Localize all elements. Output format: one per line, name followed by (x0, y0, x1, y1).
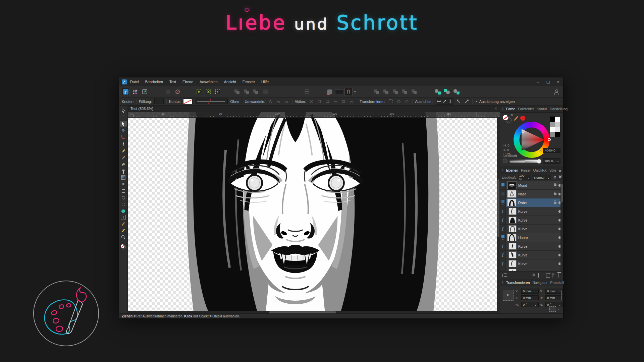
vertical-scrollbar[interactable] (497, 117, 500, 311)
menu-bearbeiten[interactable]: Bearbeiten (145, 80, 163, 84)
align-nodes-icon[interactable] (442, 99, 447, 104)
swatch[interactable] (555, 127, 560, 132)
menu-text[interactable]: Text (169, 80, 176, 84)
style-picker-tool[interactable] (120, 228, 127, 233)
move-tool[interactable] (120, 108, 127, 113)
fill-tool[interactable] (120, 168, 127, 174)
crop-tool[interactable]: ⌗ (120, 181, 127, 187)
edit-stroke-button[interactable] (443, 88, 451, 96)
expand-chevron-icon[interactable]: › (502, 195, 503, 196)
tab-transformieren[interactable]: Transformieren (506, 281, 530, 285)
color-picker-tool[interactable] (120, 221, 127, 227)
horizontal-ruler[interactable]: mm 60 80 100 120 140 160 (128, 112, 500, 118)
opacity-noise-knob[interactable] (503, 159, 507, 163)
tab-ebenen[interactable]: Ebenen (506, 168, 518, 172)
minimize-button[interactable]: – (533, 80, 543, 84)
insert-grid-button[interactable] (204, 88, 212, 96)
artboard-tool[interactable] (120, 114, 127, 120)
snap-manager-button[interactable] (326, 88, 334, 96)
collapse-chevron-icon[interactable]: ⌄ (502, 238, 504, 240)
corner-tool[interactable] (120, 134, 127, 140)
rectangle-tool[interactable] (120, 188, 127, 194)
lock-icon[interactable] (554, 193, 556, 195)
layer-row-mund[interactable]: › Mund (500, 181, 563, 190)
show-alignment-checkbox[interactable]: ✓ Ausrichtung anzeigen (475, 100, 515, 104)
layer-effects-icon[interactable]: fx (533, 273, 536, 277)
export-persona-button[interactable] (141, 88, 149, 96)
vector-brush-tool[interactable] (120, 161, 127, 167)
distribute-h-icon[interactable] (456, 99, 462, 104)
x-input[interactable]: 0 mm (521, 289, 539, 294)
rounded-rectangle-tool[interactable] (120, 201, 127, 207)
opacity-slider[interactable] (509, 159, 541, 163)
layer-opacity-select[interactable]: 100 %⌄ (518, 175, 531, 180)
fill-stroke-indicator[interactable] (121, 244, 126, 249)
tab-darstellung[interactable]: Darstellung (550, 107, 568, 111)
clear-option-icon[interactable] (552, 273, 555, 277)
account-button[interactable] (552, 88, 560, 96)
magnet-dropdown-icon[interactable]: ▾ (354, 90, 356, 94)
align-vertical-icon[interactable] (447, 99, 453, 104)
swatch[interactable] (555, 132, 560, 137)
swatch[interactable] (550, 132, 555, 137)
document-tab[interactable]: Test (303.3%) (130, 107, 153, 111)
panel-drag-handle[interactable]: ‖ (502, 169, 503, 172)
link-dimensions-icon[interactable] (559, 291, 561, 300)
swatch[interactable] (550, 127, 555, 132)
pen-tool[interactable] (120, 141, 127, 147)
panel-drag-handle[interactable]: ‖ (502, 107, 503, 111)
align-horizontal-icon[interactable] (436, 99, 442, 104)
lock-icon[interactable] (554, 184, 556, 186)
tab-close-icon[interactable]: × (495, 106, 497, 111)
text-tool[interactable]: T (121, 215, 126, 220)
fill-stroke-selector[interactable]: ↻ (503, 115, 512, 123)
canvas[interactable]: mm 60 80 100 120 140 160 (128, 112, 500, 311)
pencil-tool[interactable] (120, 148, 127, 154)
menu-ansicht[interactable]: Ansicht (224, 80, 236, 84)
delete-layer-icon[interactable] (557, 273, 561, 277)
layer-row-nase[interactable]: › Nase (500, 190, 563, 198)
node-tool[interactable] (120, 121, 127, 127)
menu-hilfe[interactable]: Hilfe (261, 80, 269, 84)
insert-behind-button[interactable] (214, 88, 222, 96)
collapse-chevron-icon[interactable]: ⌄ (502, 203, 504, 205)
zoom-tool[interactable] (120, 234, 127, 240)
expand-chevron-icon[interactable]: › (502, 186, 503, 188)
tab-navigator[interactable]: Navigator (533, 281, 548, 285)
layer-row-kurve[interactable]: ʃ Kurve (500, 259, 563, 268)
edit-both-button[interactable] (452, 88, 461, 96)
stroke-width-widget[interactable] (195, 99, 228, 104)
anchor-selector[interactable] (503, 290, 514, 301)
tab-stile[interactable]: Stile (549, 168, 556, 172)
add-layer-icon[interactable] (546, 273, 549, 277)
lock-icon[interactable] (559, 176, 561, 178)
menu-datei[interactable]: Datei (130, 80, 139, 84)
tab-pinsel[interactable]: Pinsel (521, 168, 531, 172)
layer-row-kurve[interactable]: ʃ Kurve (500, 216, 563, 225)
layer-row-kurve[interactable]: ʃ Kurve (500, 207, 563, 216)
y-input[interactable]: 0 mm (521, 295, 539, 300)
rotation-lock-icon[interactable] (173, 88, 181, 96)
swatch[interactable] (555, 122, 560, 127)
swatch[interactable] (555, 117, 560, 122)
tab-kontur[interactable]: Kontur (537, 107, 547, 111)
transparency-tool[interactable] (120, 175, 127, 180)
fill-swatch[interactable] (154, 99, 164, 104)
transform-select-icon[interactable] (388, 99, 393, 104)
tab-quickfx[interactable]: QuickFX (533, 168, 547, 172)
menu-ebene[interactable]: Ebene (182, 80, 193, 84)
transform-mode-button[interactable]: ⌄ (549, 306, 560, 312)
blend-ranges-icon[interactable] (538, 273, 542, 277)
lock-icon[interactable] (554, 202, 556, 204)
edit-fill-button[interactable] (434, 88, 442, 96)
shape-tool[interactable] (120, 208, 127, 214)
restore-button[interactable]: ▢ (543, 80, 553, 84)
menu-fenster[interactable]: Fenster (243, 80, 255, 84)
blend-mode-select[interactable]: Normal⌄ (533, 175, 551, 180)
layer-row-kurve[interactable]: ʃ Kurve (500, 251, 563, 259)
panel-drag-handle[interactable]: ‖ (502, 281, 503, 284)
layers-scrollbar[interactable] (560, 181, 563, 271)
designer-persona-button[interactable] (122, 88, 130, 96)
adjustment-layer-icon[interactable] (527, 273, 530, 277)
swatch[interactable] (550, 122, 555, 127)
